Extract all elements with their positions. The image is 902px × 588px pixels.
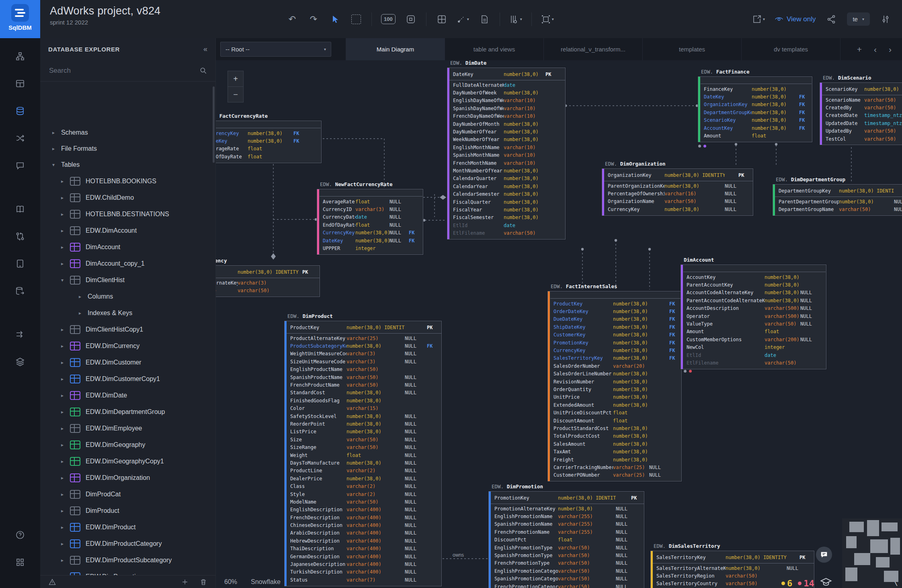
sitemap-icon[interactable] [11,47,29,65]
apps-icon[interactable] [11,553,29,571]
search-input[interactable] [48,66,199,75]
transfer-icon[interactable] [11,326,29,343]
share-icon[interactable] [825,13,837,25]
sidebar-item-edw-dimcustomer[interactable]: ▸EDW.DimCustomer [40,354,215,371]
zoom-in-button[interactable]: + [228,71,244,86]
diagram-table-dimproduct[interactable]: EDW. DimProductProductKeynumber(38,0) ID… [284,321,442,586]
add-object-icon[interactable] [181,578,189,586]
sidebar-item-edw-dimproductsubcategory[interactable]: ▸EDW.DimProductSubcategory [40,552,215,568]
tab-templates[interactable]: templates [643,38,742,60]
git-compare-icon[interactable] [11,227,29,245]
tabs-scroll-left-icon[interactable]: ‹ [874,45,877,54]
sidebar-item-edw-dimorganization[interactable]: ▸EDW.DimOrganization [40,469,215,486]
sidebar-item-edw-dimcurrency[interactable]: ▸EDW.DimCurrency [40,338,215,354]
diagram-table-factfinance[interactable]: EDW. FactFinanceFinanceKeynumber(38,0)Da… [698,76,812,142]
warning-icon[interactable] [48,578,56,586]
zoom-out-button[interactable]: − [228,86,244,102]
comment-bubble-icon[interactable] [816,547,832,563]
select-cursor-icon[interactable] [329,13,341,25]
sidebar-item-dimclienthist[interactable]: ▾DimClientHist [40,272,215,288]
sidebar-item-schemas[interactable]: ▸Schemas [40,125,215,141]
sqldbm-logo[interactable]: SqlDBM [0,0,40,38]
sidebar-scrollbar[interactable] [213,86,215,163]
tab-relational-v-transform-[interactable]: relational_v_transform... [544,38,643,60]
sidebar-item-edw-dimproductcategory[interactable]: ▸EDW.DimProductCategory [40,535,215,552]
sidebar-item-file-formats[interactable]: ▸File Formats [40,141,215,157]
add-table-icon[interactable] [436,13,448,25]
diagram-table-dimscenario[interactable]: EDW. DimScenarioScenarioKeynumber(38,0) … [820,82,902,145]
tab-main-diagram[interactable]: Main Diagram [346,38,445,60]
sidebar-item-dimclienthistcopy1[interactable]: ▸DimClientHistCopy1 [40,321,215,338]
diagram-table-factcurrencyrate[interactable]: EDW. FactCurrencyRateCurrencyKeynumber(3… [215,121,322,163]
help-icon[interactable] [11,526,29,544]
sidebar-item-indexes-keys[interactable]: ▸Indexes & Keys [40,305,215,321]
shuffle-icon[interactable] [11,129,29,147]
add-diagram-icon[interactable]: + [857,45,862,54]
chevron-icon: ▸ [52,130,61,135]
export-icon[interactable]: ▾ [752,13,765,25]
column-nullable: NULL [405,375,427,380]
column-name: CreatedDate [826,113,864,118]
yellow-count-badge[interactable]: 6 [781,578,792,588]
sidebar-item-dimaccount[interactable]: ▸DimAccount [40,239,215,255]
sidebar-item-hotelbnb-destinations[interactable]: ▸HOTELBNB.DESTINATIONS [40,206,215,222]
trash-icon[interactable] [199,578,207,586]
column-name: DepartmentGroupKey [779,188,839,194]
book-icon[interactable] [11,200,29,218]
database-export-icon[interactable] [11,282,29,300]
tab-dv-templates[interactable]: dv templates [742,38,840,60]
diagram-table-factinternetsales[interactable]: EDW. FactInternetSalesProductKeynumber(3… [547,291,682,481]
minimap[interactable]: ╲ [842,518,902,588]
zoom-100-button[interactable]: 100 [381,13,396,25]
sidebar-item-columns[interactable]: ▸Columns [40,288,215,305]
sidebar-item-dimprodcat[interactable]: ▸DimProdCat [40,486,215,502]
sidebar-item-edw-dimgeography[interactable]: ▸EDW.DimGeography [40,436,215,453]
view-only-button[interactable]: View only [775,15,816,24]
fit-screen-icon[interactable] [405,13,417,25]
sidebar-item-tables[interactable]: ▾Tables [40,157,215,173]
diagram-table-dimorganization[interactable]: EDW. DimOrganizationOrganizationKeynumbe… [602,168,753,216]
add-note-icon[interactable] [478,13,490,25]
redo-icon[interactable]: ↷ [308,13,320,25]
collapse-panel-icon[interactable]: « [203,45,207,53]
sidebar-item-edw-dimdepartmentgroup[interactable]: ▸EDW.DimDepartmentGroup [40,404,215,420]
comment-icon[interactable] [11,157,29,174]
sidebar-item-edw-dimpromotion[interactable]: ▸EDW.DimPromotion [40,568,215,576]
diagram-table-dimaccount[interactable]: DimAccountAccountKeynumber(38,0)ParentAc… [681,264,826,369]
undo-icon[interactable]: ↶ [286,13,298,25]
diagram-canvas[interactable]: + − EDW. FactCurrencyRateCurrencyKeynumb… [215,60,902,588]
layers-icon[interactable] [11,353,29,371]
tab-table-and-views[interactable]: table and views [445,38,544,60]
user-menu-button[interactable]: te ▾ [847,12,870,26]
diagram-table-dimdepartmentgroup[interactable]: EDW. DimDepartmentGroupDepartmentGroupKe… [773,184,902,216]
table-icon[interactable] [11,75,29,92]
pink-count-badge[interactable]: 14 [798,578,814,588]
table-icon [70,259,80,268]
tabs-scroll-right-icon[interactable]: › [889,45,892,54]
add-relationship-icon[interactable]: ▾ [457,13,469,25]
learn-graduation-cap-icon[interactable] [820,576,832,588]
column-display-icon[interactable]: ▾ [509,13,522,25]
diagram-table-dimpromotion[interactable]: EDW. DimPromotionPromotionKeynumber(38,0… [488,491,644,588]
settings-sliders-icon[interactable] [879,13,892,25]
sidebar-item-edw-dimaccount[interactable]: ▸EDW.DimAccount [40,222,215,239]
subject-area-select[interactable]: -- Root -- ▾ [220,42,331,57]
marquee-select-icon[interactable] [350,13,362,25]
database-icon[interactable] [11,102,29,120]
sidebar-item-edw-dimcustomercopy1[interactable]: ▸EDW.DimCustomerCopy1 [40,371,215,387]
sidebar-item-dimaccount-copy-1[interactable]: ▸DimAccount_copy_1 [40,255,215,272]
zoom-level-value[interactable]: 60% [224,578,237,586]
sidebar-item-edw-dimproduct[interactable]: ▸EDW.DimProduct [40,519,215,535]
sidebar-item-edw-dimdate[interactable]: ▸EDW.DimDate [40,387,215,404]
sidebar-item-dimproduct[interactable]: ▸DimProduct [40,502,215,519]
column-row: SalesOrderLineNumbernumber(38,0) [548,370,681,378]
diagram-table-newfactcurrencyrate[interactable]: EDW. NewFactCurrencyRateAverageRatefloat… [317,189,423,255]
diagram-table-dimcurrency[interactable]: EDW. DimCurrencyCurrencyKeynumber(38,0) … [215,265,320,297]
sidebar-item-hotelbnb-bookings[interactable]: ▸HOTELBNB.BOOKINGS [40,173,215,189]
sidebar-item-edw-childdemo[interactable]: ▸EDW.ChildDemo [40,189,215,206]
diagram-table-dimdate[interactable]: EDW. DimDateDateKeynumber(38,0)PKFullDat… [447,68,566,240]
frame-tool-icon[interactable]: ▾ [541,13,554,25]
sidebar-item-edw-dimgeographycopy1[interactable]: ▸EDW.DimGeographyCopy1 [40,453,215,469]
sidebar-item-edw-dimemployee[interactable]: ▸EDW.DimEmployee [40,420,215,436]
tablet-icon[interactable] [11,255,29,272]
